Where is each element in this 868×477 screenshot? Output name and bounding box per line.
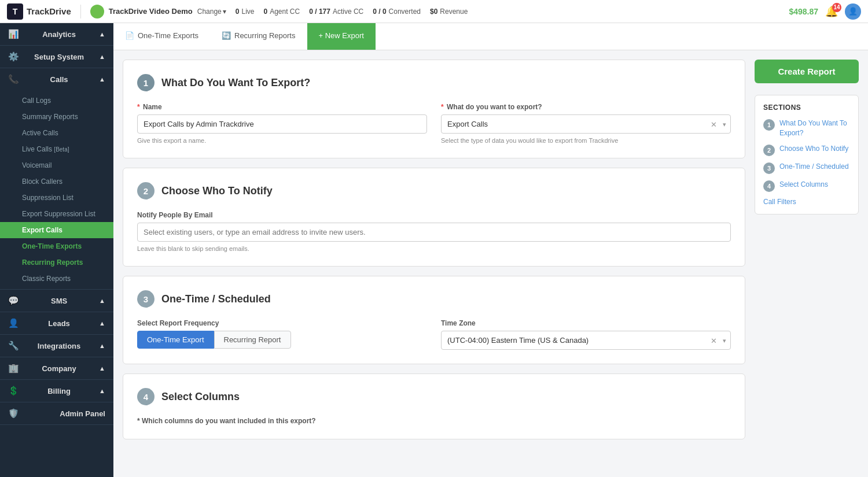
nav-item-1[interactable]: 1 What Do You Want To Export? bbox=[763, 119, 850, 138]
sidebar-sub-export-calls[interactable]: Export Calls bbox=[0, 222, 113, 238]
section2-num: 2 bbox=[137, 182, 155, 199]
logo: T TrackDrive bbox=[7, 3, 71, 20]
timezone-select[interactable]: (UTC-04:00) Eastern Time (US & Canada) bbox=[441, 331, 731, 350]
campaign-selector: TrackDrive Video Demo Change ▾ bbox=[90, 5, 226, 19]
call-filters-link[interactable]: Call Filters bbox=[763, 198, 850, 206]
file-icon: 📄 bbox=[125, 31, 134, 40]
notify-group: Notify People By Email Leave this blank … bbox=[137, 211, 731, 252]
sidebar-item-billing[interactable]: 💲 Billing ▲ bbox=[0, 380, 113, 402]
name-hint: Give this export a name. bbox=[137, 137, 427, 144]
nav-num-3: 3 bbox=[763, 162, 775, 174]
nav-num-2: 2 bbox=[763, 145, 775, 156]
sidebar-sub-summary-reports[interactable]: Summary Reports bbox=[0, 109, 113, 125]
notification-count: 14 bbox=[832, 3, 841, 12]
sidebar-leads-label: Leads bbox=[48, 319, 70, 328]
layout: 📊 Analytics ▲ ⚙️ Setup System ▲ 📞 Calls … bbox=[0, 23, 868, 477]
tab-one-time-exports[interactable]: 📄 One-Time Exports bbox=[113, 23, 210, 50]
section4-num: 4 bbox=[137, 388, 155, 405]
sidebar-sub-call-logs[interactable]: Call Logs bbox=[0, 93, 113, 109]
section3-card: 3 One-Time / Scheduled Select Report Fre… bbox=[123, 276, 745, 364]
notify-label: Notify People By Email bbox=[137, 211, 731, 219]
section1-title: 1 What Do You Want To Export? bbox=[137, 74, 731, 91]
nav-label-3: One-Time / Scheduled bbox=[779, 162, 849, 172]
section3-num: 3 bbox=[137, 290, 155, 308]
freq-group: Select Report Frequency One-Time Export … bbox=[137, 319, 427, 350]
sidebar-admin-label: Admin Panel bbox=[60, 409, 105, 418]
nav-item-3[interactable]: 3 One-Time / Scheduled bbox=[763, 162, 850, 174]
chevron-icon: ▲ bbox=[99, 320, 105, 327]
create-report-button[interactable]: Create Report bbox=[755, 60, 859, 83]
name-label: * Name bbox=[137, 103, 427, 111]
logo-icon: T bbox=[7, 3, 23, 20]
timezone-clear-icon[interactable]: ✕ bbox=[711, 336, 717, 345]
sidebar-item-integrations[interactable]: 🔧 Integrations ▲ bbox=[0, 335, 113, 357]
sidebar-item-analytics[interactable]: 📊 Analytics ▲ bbox=[0, 23, 113, 45]
export-type-label: * What do you want to export? bbox=[441, 103, 731, 111]
tab-recurring-reports[interactable]: 🔄 Recurring Reports bbox=[210, 23, 307, 50]
export-name-input[interactable] bbox=[137, 114, 427, 134]
sidebar-item-admin-panel[interactable]: 🛡️ Admin Panel bbox=[0, 402, 113, 424]
timezone-group: Time Zone (UTC-04:00) Eastern Time (US &… bbox=[441, 319, 731, 350]
timezone-label: Time Zone bbox=[441, 319, 731, 327]
sidebar-sub-classic-reports[interactable]: Classic Reports bbox=[0, 271, 113, 287]
nav-num-1: 1 bbox=[763, 119, 775, 131]
recurring-report-button[interactable]: Recurring Report bbox=[214, 331, 291, 349]
stat-agent-cc: 0 Agent CC bbox=[263, 8, 300, 16]
tab-new-export[interactable]: + New Export bbox=[307, 23, 376, 50]
sidebar-item-company[interactable]: 🏢 Company ▲ bbox=[0, 357, 113, 379]
nav-label-2: Choose Who To Notify bbox=[779, 144, 848, 154]
nav-item-2[interactable]: 2 Choose Who To Notify bbox=[763, 144, 850, 156]
nav-label-4: Select Columns bbox=[779, 180, 828, 190]
sidebar-item-sms[interactable]: 💬 SMS ▲ bbox=[0, 290, 113, 312]
chevron-icon: ▲ bbox=[99, 31, 105, 38]
notifications-button[interactable]: 🔔 14 bbox=[825, 5, 838, 18]
export-type-select[interactable]: Export Calls bbox=[441, 114, 731, 134]
sidebar-leads-section: 👤 Leads ▲ bbox=[0, 312, 113, 335]
sidebar-item-leads[interactable]: 👤 Leads ▲ bbox=[0, 312, 113, 334]
chevron-icon: ▲ bbox=[99, 76, 105, 83]
change-campaign-button[interactable]: Change ▾ bbox=[197, 8, 226, 16]
chevron-icon: ▲ bbox=[99, 53, 105, 60]
export-type-hint: Select the type of data you would like t… bbox=[441, 137, 731, 144]
columns-group: * Which columns do you want included in … bbox=[137, 417, 731, 425]
company-icon: 🏢 bbox=[8, 363, 19, 374]
select-clear-icon[interactable]: ✕ bbox=[711, 120, 717, 128]
section1-heading: What Do You Want To Export? bbox=[161, 77, 310, 89]
billing-icon: 💲 bbox=[8, 386, 19, 396]
section4-card: 4 Select Columns * Which columns do you … bbox=[123, 374, 745, 439]
balance-display: $498.87 bbox=[789, 7, 818, 16]
sidebar-company-label: Company bbox=[42, 364, 76, 373]
integrations-icon: 🔧 bbox=[8, 341, 19, 351]
sms-icon: 💬 bbox=[8, 295, 19, 306]
sidebar-billing-section: 💲 Billing ▲ bbox=[0, 380, 113, 402]
sidebar-sub-one-time-exports[interactable]: One-Time Exports bbox=[0, 238, 113, 254]
sidebar-company-section: 🏢 Company ▲ bbox=[0, 357, 113, 380]
sidebar-item-calls[interactable]: 📞 Calls ▲ bbox=[0, 68, 113, 90]
sidebar-sub-active-calls[interactable]: Active Calls bbox=[0, 125, 113, 141]
sidebar-sub-recurring-reports[interactable]: Recurring Reports bbox=[0, 254, 113, 271]
section3-heading: One-Time / Scheduled bbox=[161, 293, 271, 305]
content-tabs: 📄 One-Time Exports 🔄 Recurring Reports +… bbox=[113, 23, 868, 50]
sidebar-sub-live-calls[interactable]: Live Calls [Beta] bbox=[0, 141, 113, 157]
notify-email-input[interactable] bbox=[137, 223, 731, 242]
sidebar-setup-label: Setup System bbox=[34, 53, 84, 61]
columns-label: * Which columns do you want included in … bbox=[137, 417, 731, 425]
freq-label: Select Report Frequency bbox=[137, 319, 427, 327]
sidebar-sms-label: SMS bbox=[51, 297, 67, 305]
sidebar-sub-export-suppression[interactable]: Export Suppression List bbox=[0, 206, 113, 222]
one-time-export-button[interactable]: One-Time Export bbox=[137, 331, 214, 349]
campaign-name: TrackDrive Video Demo bbox=[109, 7, 193, 16]
export-type-select-wrap: Export Calls ✕ ▾ bbox=[441, 114, 731, 134]
nav-item-4[interactable]: 4 Select Columns bbox=[763, 180, 850, 192]
sidebar-sub-suppression-list[interactable]: Suppression List bbox=[0, 190, 113, 206]
chevron-icon: ▲ bbox=[99, 297, 105, 304]
sidebar-item-setup-system[interactable]: ⚙️ Setup System ▲ bbox=[0, 46, 113, 68]
sidebar-calls-label: Calls bbox=[50, 75, 68, 84]
chevron-icon: ▲ bbox=[99, 342, 105, 349]
user-avatar[interactable]: 👤 bbox=[845, 3, 861, 20]
sidebar-sub-voicemail[interactable]: Voicemail bbox=[0, 157, 113, 173]
sidebar-sub-block-callers[interactable]: Block Callers bbox=[0, 173, 113, 190]
stat-active-cc: 0 / 177 Active CC bbox=[309, 8, 363, 16]
chevron-icon: ▲ bbox=[99, 365, 105, 372]
sidebar-calls-section: 📞 Calls ▲ Call Logs Summary Reports Acti… bbox=[0, 68, 113, 290]
